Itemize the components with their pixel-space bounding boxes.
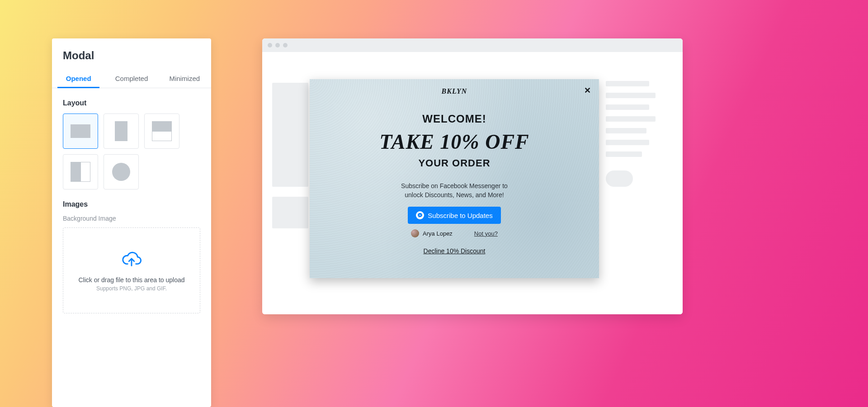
placeholder-block: [606, 140, 649, 145]
window-dot-icon: [268, 43, 272, 47]
layout-option-split-vertical[interactable]: [63, 154, 98, 189]
placeholder-block: [606, 116, 656, 122]
avatar: [411, 229, 419, 237]
panel-title: Modal: [52, 49, 211, 69]
window-dot-icon: [283, 43, 288, 47]
layout-option-split-horizontal[interactable]: [144, 114, 179, 149]
tab-minimized[interactable]: Minimized: [158, 69, 211, 88]
placeholder-block: [606, 81, 649, 86]
placeholder-block: [606, 151, 642, 157]
tab-completed[interactable]: Completed: [105, 69, 158, 88]
placeholder-block: [272, 83, 308, 187]
not-you-link[interactable]: Not you?: [474, 230, 498, 237]
thumb-landscape-icon: [71, 124, 90, 138]
subscribe-description: Subscribe on Facebook Messenger to unloc…: [401, 182, 508, 199]
subscribe-button-label: Subscribe to Updates: [428, 212, 492, 219]
editor-panel: Modal Opened Completed Minimized Layout …: [52, 38, 211, 407]
messenger-icon: [416, 211, 424, 219]
layout-options: [52, 114, 211, 189]
placeholder-block: [606, 93, 656, 98]
modal-preview: BKLYN ✕ WELCOME! TAKE 10% OFF YOUR ORDER…: [310, 79, 599, 278]
user-name: Arya Lopez: [423, 230, 453, 237]
layout-option-circle[interactable]: [104, 154, 139, 189]
images-sub-label: Background Image: [52, 215, 211, 227]
brand-logo: BKLYN: [442, 87, 467, 95]
offer-heading: TAKE 10% OFF: [379, 130, 529, 154]
placeholder-block: [606, 128, 646, 133]
thumb-portrait-icon: [115, 121, 127, 141]
layout-heading: Layout: [52, 88, 211, 114]
subscribe-line-1: Subscribe on Facebook Messenger to: [401, 182, 508, 189]
window-dot-icon: [275, 43, 280, 47]
thumb-split-horizontal-icon: [152, 121, 172, 141]
placeholder-block: [606, 104, 649, 110]
layout-option-portrait[interactable]: [104, 114, 139, 149]
subscribe-line-2: unlock Discounts, News, and More!: [405, 191, 504, 199]
thumb-circle-icon: [112, 163, 130, 181]
placeholder-pill: [606, 170, 633, 187]
dropzone-subtext: Supports PNG, JPG and GIF.: [96, 285, 167, 292]
decline-link[interactable]: Decline 10% Discount: [424, 247, 486, 255]
browser-chrome-bar: [262, 38, 683, 52]
your-order-heading: YOUR ORDER: [418, 157, 490, 169]
layout-option-landscape[interactable]: [63, 114, 98, 149]
panel-tabs: Opened Completed Minimized: [52, 69, 211, 88]
cloud-upload-icon: [121, 249, 142, 270]
dropzone-text: Click or drag file to this area to uploa…: [78, 276, 184, 284]
browser-body: BKLYN ✕ WELCOME! TAKE 10% OFF YOUR ORDER…: [262, 52, 683, 314]
images-heading: Images: [52, 189, 211, 215]
browser-preview: BKLYN ✕ WELCOME! TAKE 10% OFF YOUR ORDER…: [262, 38, 683, 314]
background-image-dropzone[interactable]: Click or drag file to this area to uploa…: [63, 227, 200, 313]
tab-opened[interactable]: Opened: [52, 69, 105, 88]
welcome-heading: WELCOME!: [422, 113, 486, 125]
user-row: Arya Lopez Not you?: [411, 229, 498, 237]
thumb-split-vertical-icon: [71, 162, 90, 182]
close-icon[interactable]: ✕: [584, 85, 591, 95]
subscribe-button[interactable]: Subscribe to Updates: [408, 207, 500, 224]
placeholder-block: [272, 197, 308, 228]
